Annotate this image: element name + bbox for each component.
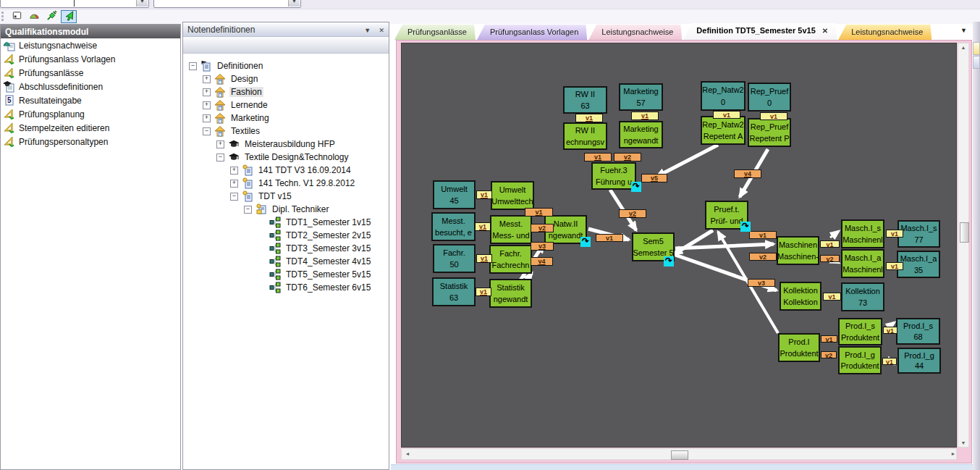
port-tab-v1[interactable]: v1 [575, 114, 603, 122]
tree-item-141-techn-v1-29-8-2012[interactable]: +141 Techn. V1 29.8.2012 [184, 177, 388, 190]
tree-item-tdt5-semester-5v15[interactable]: TDT5_Semester 5v15 [184, 268, 388, 281]
tab-leistungsnachweise[interactable]: Leistungsnachweise [588, 25, 682, 40]
horizontal-scroll-thumb[interactable] [671, 450, 688, 460]
port-tab-v1[interactable]: v1 [821, 335, 837, 343]
tree-item-textiles[interactable]: −Textiles [184, 125, 388, 138]
scroll-down-icon[interactable]: ▼ [958, 440, 968, 445]
tree-item-tdt-v15[interactable]: −TDT v15 [184, 190, 388, 203]
expand-icon[interactable]: + [203, 101, 211, 109]
port-tab-v3[interactable]: v3 [748, 279, 775, 287]
diagram-node-prod-i-g[interactable]: Prod.I_gProduktent [838, 346, 882, 374]
combo-box-1[interactable]: ▼ [0, 0, 149, 8]
port-tab-v1[interactable]: v1 [476, 254, 492, 263]
diagram-node-masch-i-s[interactable]: Masch.I_sMaschinenl [841, 219, 884, 248]
diagram-node-marketing[interactable]: Marketing57 [619, 83, 663, 111]
tree-item-tdt3-semester-3v15[interactable]: TDT3_Semester 3v15 [184, 242, 388, 255]
combo-box-2[interactable]: ▼ [153, 0, 301, 8]
port-tab-v1[interactable]: v1 [886, 262, 903, 270]
sidebar-item-pr-fungsanlass-vorlagen[interactable]: Prüfungsanlass Vorlagen [1, 52, 180, 66]
tree-item-fashion[interactable]: +Fashion [184, 85, 388, 98]
tab-close-icon[interactable]: ✕ [822, 27, 828, 35]
port-tab-v1[interactable]: v1 [525, 208, 553, 217]
horizontal-scrollbar[interactable]: ◄ ► [401, 448, 957, 460]
diagram-node-fachr[interactable]: Fachr.Fachrechn [489, 245, 532, 274]
tab-leistungsnachweise[interactable]: Leistungsnachweise [838, 25, 932, 40]
expand-icon[interactable]: + [203, 75, 211, 83]
diagram-node-masch-i-s[interactable]: Masch.I_s77 [897, 220, 940, 248]
toolbar-grip-handle[interactable] [1, 12, 6, 21]
pie-view-button[interactable] [26, 10, 42, 23]
diagram-node-prod-i-g[interactable]: Prod.I_g44 [897, 348, 941, 374]
sidebar-item-pr-fungsanl-sse[interactable]: Prüfungsanlässe [1, 66, 180, 80]
diagram-node-messt[interactable]: Messt.besucht, e [431, 212, 476, 241]
collapse-icon[interactable]: − [244, 206, 252, 214]
link-marker-icon[interactable]: ↷ [580, 237, 591, 247]
select-tool-button[interactable] [61, 10, 77, 23]
port-tab-v1[interactable]: v1 [886, 230, 903, 238]
tab-definition-tdt5-semester-5v15[interactable]: Definition TDT5_Semester 5v15✕ [683, 23, 837, 40]
diagram-node-rw-ii[interactable]: RW IIechnungsv [563, 122, 607, 150]
connection-line[interactable] [674, 230, 713, 254]
panel-menu-icon[interactable]: ▼ [364, 27, 371, 34]
diagram-node-masch-i-a[interactable]: Masch.I_aMaschinenl [841, 249, 884, 278]
diagram-node-rep-natw2[interactable]: Rep_Natw20 [701, 81, 745, 111]
tree-item-tdt4-semester-4v15[interactable]: TDT4_Semester 4v15 [184, 255, 388, 268]
port-tab-v1[interactable]: v1 [476, 288, 491, 296]
port-tab-v1[interactable]: v1 [749, 231, 777, 239]
port-tab-v1[interactable]: v1 [475, 222, 491, 231]
diagram-node-prod-i[interactable]: Prod.IProduktent [778, 333, 820, 362]
collapse-icon[interactable]: − [203, 127, 211, 135]
diagram-node-umwelt[interactable]: UmweltUmwelttech [491, 181, 534, 210]
tree-item-marketing[interactable]: +Marketing [184, 112, 388, 125]
diagram-node-messt[interactable]: Messt.Mess- und [490, 215, 532, 244]
port-tab-v2[interactable]: v2 [821, 351, 837, 358]
expand-icon[interactable]: + [230, 167, 238, 175]
sidebar-item-pr-fungsplanung[interactable]: Prüfungsplanung [1, 107, 180, 121]
combo-dropdown-icon[interactable]: ▼ [136, 0, 148, 7]
diagram-node-statistik[interactable]: Statistikngewandt [489, 279, 532, 308]
port-tab-v4[interactable]: v4 [531, 257, 553, 266]
expand-icon[interactable]: + [230, 180, 238, 188]
tree-item-definitionen[interactable]: −Definitionen [184, 59, 388, 72]
link-marker-icon[interactable]: ↷ [740, 222, 751, 232]
vertical-scroll-thumb[interactable] [960, 222, 969, 243]
diagram-node-fuehr-3[interactable]: Fuehr.3Führung u [591, 162, 636, 190]
connection-line[interactable] [656, 145, 718, 177]
scroll-left-icon[interactable]: ◄ [402, 451, 413, 456]
port-tab-v2[interactable]: v2 [749, 253, 777, 261]
connector-tool-button[interactable] [43, 10, 59, 23]
port-tab-v1[interactable]: v1 [882, 358, 897, 365]
port-tab-v1[interactable]: v1 [713, 111, 740, 119]
overview-window-button[interactable] [9, 10, 25, 23]
port-tab-v1[interactable]: v1 [883, 327, 897, 334]
sidebar-item-leistungsnachweise[interactable]: Leistungsnachweise [1, 38, 180, 52]
docked-panel-button-1[interactable] [973, 42, 980, 55]
link-marker-icon[interactable]: ↷ [631, 182, 641, 192]
expand-icon[interactable]: + [203, 88, 211, 96]
scroll-up-icon[interactable]: ▲ [958, 45, 968, 50]
port-tab-v2[interactable]: v2 [820, 255, 840, 262]
sidebar-item-stempelzeiten-editieren[interactable]: Stempelzeiten editieren [1, 121, 180, 135]
diagram-node-statistik[interactable]: Statistik63 [432, 277, 476, 306]
tree-item-design[interactable]: +Design [184, 72, 388, 85]
diagram-node-rep-natw2[interactable]: Rep_Natw2Repetent A [701, 116, 745, 145]
combo-dropdown-icon[interactable]: ▼ [288, 0, 300, 7]
port-tab-v2[interactable]: v2 [614, 153, 641, 161]
link-marker-icon[interactable]: ↷ [664, 256, 674, 267]
definition-diagram-canvas[interactable]: RW II63Marketing57Rep_Natw20Rep_Pruef0RW… [401, 43, 957, 448]
port-tab-v1[interactable]: v1 [596, 234, 623, 242]
tree-item-141-tdt-v3-16-09-2014[interactable]: +141 TDT V3 16.09.2014 [184, 164, 388, 177]
diagram-node-rep-pruef[interactable]: Rep_Pruef0 [748, 83, 791, 112]
scroll-right-icon[interactable]: ► [948, 451, 958, 456]
diagram-node-maschinen[interactable]: MaschinenMaschinen- [777, 236, 819, 265]
diagram-node-marketing[interactable]: Marketingngewandt [619, 121, 663, 148]
diagram-node-prod-i-s[interactable]: Prod.I_sProduktent [838, 318, 882, 345]
tree-item-meisterausbildung-hfp[interactable]: +Meisterausbildung HFP [184, 138, 388, 151]
tab-list-dropdown-button[interactable]: ▼ [960, 27, 967, 34]
tab-pr-fungsanl-sse[interactable]: Prüfungsanlässe [394, 25, 476, 40]
connection-line[interactable] [830, 231, 839, 238]
port-tab-v1[interactable]: v1 [760, 112, 787, 120]
port-tab-v4[interactable]: v4 [734, 169, 761, 178]
port-tab-v1[interactable]: v1 [476, 190, 492, 199]
expand-icon[interactable]: + [216, 140, 224, 148]
